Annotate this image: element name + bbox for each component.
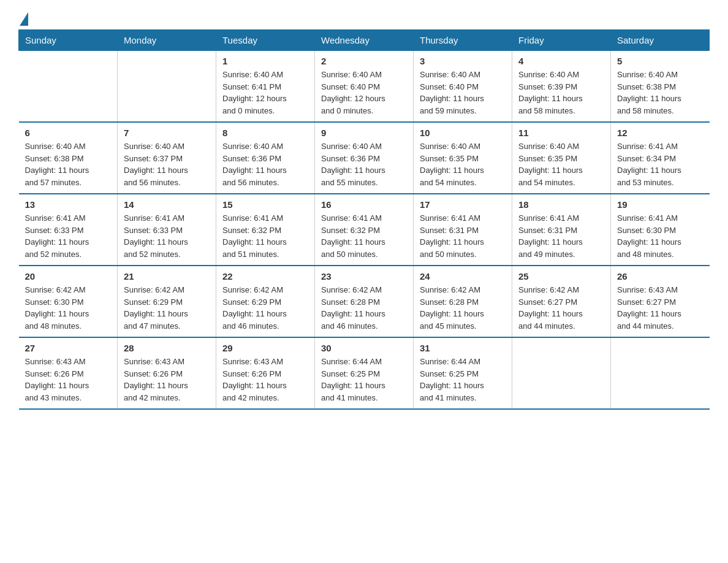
calendar-cell: 27Sunrise: 6:43 AM Sunset: 6:26 PM Dayli… <box>19 337 118 409</box>
calendar-week-row: 27Sunrise: 6:43 AM Sunset: 6:26 PM Dayli… <box>19 337 710 409</box>
calendar-cell: 30Sunrise: 6:44 AM Sunset: 6:25 PM Dayli… <box>315 337 414 409</box>
calendar-cell: 1Sunrise: 6:40 AM Sunset: 6:41 PM Daylig… <box>216 51 315 123</box>
calendar-cell <box>19 51 118 123</box>
day-info: Sunrise: 6:41 AM Sunset: 6:33 PM Dayligh… <box>124 212 210 260</box>
calendar-cell: 24Sunrise: 6:42 AM Sunset: 6:28 PM Dayli… <box>414 266 512 337</box>
day-number: 13 <box>25 199 112 210</box>
calendar-cell: 28Sunrise: 6:43 AM Sunset: 6:26 PM Dayli… <box>118 337 216 409</box>
day-number: 2 <box>321 56 407 66</box>
calendar-cell <box>512 337 611 409</box>
calendar-cell: 4Sunrise: 6:40 AM Sunset: 6:39 PM Daylig… <box>512 51 611 123</box>
day-info: Sunrise: 6:40 AM Sunset: 6:35 PM Dayligh… <box>420 140 506 188</box>
day-info: Sunrise: 6:40 AM Sunset: 6:41 PM Dayligh… <box>222 69 308 117</box>
header-day-sunday: Sunday <box>19 30 118 51</box>
day-info: Sunrise: 6:43 AM Sunset: 6:26 PM Dayligh… <box>222 356 308 404</box>
calendar-cell: 21Sunrise: 6:42 AM Sunset: 6:29 PM Dayli… <box>118 266 216 337</box>
calendar-cell: 15Sunrise: 6:41 AM Sunset: 6:32 PM Dayli… <box>216 194 315 266</box>
logo-triangle-icon <box>20 12 28 26</box>
day-number: 12 <box>617 128 703 138</box>
day-info: Sunrise: 6:40 AM Sunset: 6:36 PM Dayligh… <box>321 140 407 188</box>
day-info: Sunrise: 6:41 AM Sunset: 6:32 PM Dayligh… <box>321 212 407 260</box>
day-info: Sunrise: 6:43 AM Sunset: 6:27 PM Dayligh… <box>617 284 703 332</box>
day-number: 24 <box>420 271 506 282</box>
day-number: 26 <box>617 271 703 282</box>
day-info: Sunrise: 6:42 AM Sunset: 6:28 PM Dayligh… <box>321 284 407 332</box>
day-number: 18 <box>518 199 604 210</box>
day-number: 10 <box>420 128 506 138</box>
page-header <box>18 12 710 23</box>
day-info: Sunrise: 6:40 AM Sunset: 6:39 PM Dayligh… <box>518 69 604 117</box>
calendar-cell: 23Sunrise: 6:42 AM Sunset: 6:28 PM Dayli… <box>315 266 414 337</box>
calendar-cell: 13Sunrise: 6:41 AM Sunset: 6:33 PM Dayli… <box>19 194 118 266</box>
calendar-cell: 26Sunrise: 6:43 AM Sunset: 6:27 PM Dayli… <box>611 266 710 337</box>
calendar-week-row: 20Sunrise: 6:42 AM Sunset: 6:30 PM Dayli… <box>19 266 710 337</box>
calendar-cell: 10Sunrise: 6:40 AM Sunset: 6:35 PM Dayli… <box>414 122 512 194</box>
calendar-week-row: 1Sunrise: 6:40 AM Sunset: 6:41 PM Daylig… <box>19 51 710 123</box>
calendar-cell: 12Sunrise: 6:41 AM Sunset: 6:34 PM Dayli… <box>611 122 710 194</box>
day-info: Sunrise: 6:40 AM Sunset: 6:38 PM Dayligh… <box>25 140 112 188</box>
calendar-cell: 3Sunrise: 6:40 AM Sunset: 6:40 PM Daylig… <box>414 51 512 123</box>
day-info: Sunrise: 6:42 AM Sunset: 6:30 PM Dayligh… <box>25 284 112 332</box>
day-number: 23 <box>321 271 407 282</box>
day-number: 31 <box>420 343 506 353</box>
day-info: Sunrise: 6:44 AM Sunset: 6:25 PM Dayligh… <box>321 356 407 404</box>
header-day-friday: Friday <box>512 30 611 51</box>
calendar-cell: 14Sunrise: 6:41 AM Sunset: 6:33 PM Dayli… <box>118 194 216 266</box>
day-number: 30 <box>321 343 407 353</box>
calendar-cell: 25Sunrise: 6:42 AM Sunset: 6:27 PM Dayli… <box>512 266 611 337</box>
day-number: 7 <box>124 128 210 138</box>
calendar-cell: 20Sunrise: 6:42 AM Sunset: 6:30 PM Dayli… <box>19 266 118 337</box>
header-day-thursday: Thursday <box>414 30 512 51</box>
day-number: 8 <box>222 128 308 138</box>
day-info: Sunrise: 6:41 AM Sunset: 6:30 PM Dayligh… <box>617 212 703 260</box>
day-info: Sunrise: 6:42 AM Sunset: 6:29 PM Dayligh… <box>124 284 210 332</box>
day-info: Sunrise: 6:40 AM Sunset: 6:36 PM Dayligh… <box>222 140 308 188</box>
day-number: 15 <box>222 199 308 210</box>
day-info: Sunrise: 6:43 AM Sunset: 6:26 PM Dayligh… <box>25 356 112 404</box>
day-number: 5 <box>617 56 703 66</box>
day-number: 17 <box>420 199 506 210</box>
day-number: 28 <box>124 343 210 353</box>
day-info: Sunrise: 6:40 AM Sunset: 6:38 PM Dayligh… <box>617 69 703 117</box>
day-info: Sunrise: 6:40 AM Sunset: 6:37 PM Dayligh… <box>124 140 210 188</box>
day-number: 9 <box>321 128 407 138</box>
day-number: 19 <box>617 199 703 210</box>
day-info: Sunrise: 6:41 AM Sunset: 6:32 PM Dayligh… <box>222 212 308 260</box>
day-info: Sunrise: 6:42 AM Sunset: 6:29 PM Dayligh… <box>222 284 308 332</box>
header-day-saturday: Saturday <box>611 30 710 51</box>
calendar-week-row: 6Sunrise: 6:40 AM Sunset: 6:38 PM Daylig… <box>19 122 710 194</box>
day-number: 3 <box>420 56 506 66</box>
day-number: 11 <box>518 128 604 138</box>
calendar-cell: 6Sunrise: 6:40 AM Sunset: 6:38 PM Daylig… <box>19 122 118 194</box>
calendar-table: SundayMondayTuesdayWednesdayThursdayFrid… <box>18 29 710 410</box>
calendar-cell: 31Sunrise: 6:44 AM Sunset: 6:25 PM Dayli… <box>414 337 512 409</box>
header-day-wednesday: Wednesday <box>315 30 414 51</box>
logo <box>18 12 28 23</box>
calendar-cell <box>611 337 710 409</box>
header-day-tuesday: Tuesday <box>216 30 315 51</box>
day-number: 27 <box>25 343 112 353</box>
calendar-cell: 9Sunrise: 6:40 AM Sunset: 6:36 PM Daylig… <box>315 122 414 194</box>
day-number: 1 <box>222 56 308 66</box>
calendar-cell <box>118 51 216 123</box>
calendar-cell: 8Sunrise: 6:40 AM Sunset: 6:36 PM Daylig… <box>216 122 315 194</box>
calendar-header-row: SundayMondayTuesdayWednesdayThursdayFrid… <box>19 30 710 51</box>
day-info: Sunrise: 6:41 AM Sunset: 6:31 PM Dayligh… <box>420 212 506 260</box>
day-number: 14 <box>124 199 210 210</box>
day-number: 16 <box>321 199 407 210</box>
day-number: 21 <box>124 271 210 282</box>
day-info: Sunrise: 6:41 AM Sunset: 6:34 PM Dayligh… <box>617 140 703 188</box>
calendar-cell: 2Sunrise: 6:40 AM Sunset: 6:40 PM Daylig… <box>315 51 414 123</box>
day-info: Sunrise: 6:41 AM Sunset: 6:31 PM Dayligh… <box>518 212 604 260</box>
day-number: 25 <box>518 271 604 282</box>
day-info: Sunrise: 6:40 AM Sunset: 6:35 PM Dayligh… <box>518 140 604 188</box>
day-number: 6 <box>25 128 112 138</box>
calendar-cell: 11Sunrise: 6:40 AM Sunset: 6:35 PM Dayli… <box>512 122 611 194</box>
calendar-cell: 16Sunrise: 6:41 AM Sunset: 6:32 PM Dayli… <box>315 194 414 266</box>
day-number: 22 <box>222 271 308 282</box>
day-number: 29 <box>222 343 308 353</box>
calendar-cell: 19Sunrise: 6:41 AM Sunset: 6:30 PM Dayli… <box>611 194 710 266</box>
header-day-monday: Monday <box>118 30 216 51</box>
calendar-cell: 29Sunrise: 6:43 AM Sunset: 6:26 PM Dayli… <box>216 337 315 409</box>
day-info: Sunrise: 6:44 AM Sunset: 6:25 PM Dayligh… <box>420 356 506 404</box>
